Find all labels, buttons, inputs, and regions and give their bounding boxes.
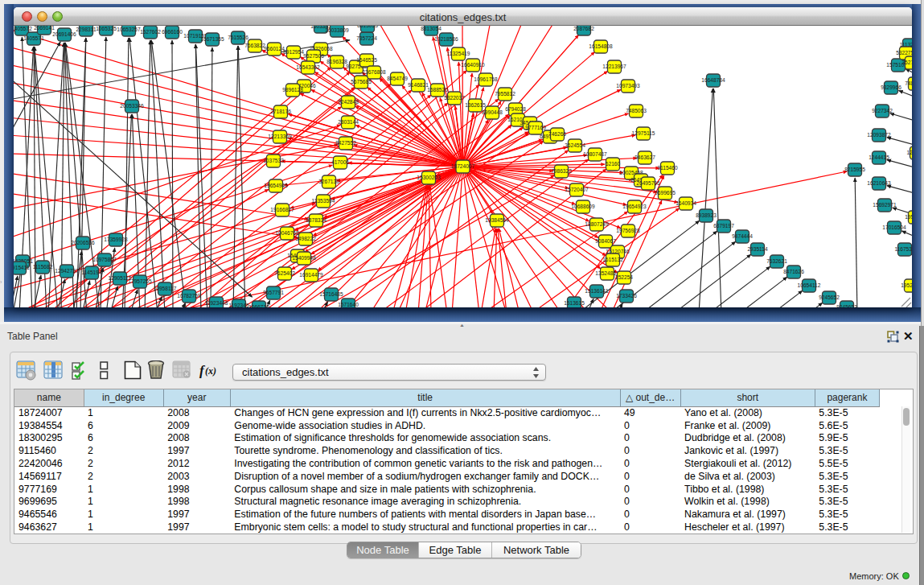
svg-text:20691406: 20691406 <box>52 31 76 37</box>
svg-text:1065325: 1065325 <box>96 26 117 31</box>
svg-text:10961758: 10961758 <box>474 76 498 82</box>
svg-text:11353594: 11353594 <box>312 198 335 204</box>
svg-text:7485001: 7485001 <box>905 80 912 86</box>
svg-text:8912954: 8912954 <box>283 49 304 55</box>
svg-text:7625402: 7625402 <box>274 270 295 276</box>
svg-text:3267130: 3267130 <box>318 179 339 184</box>
svg-text:10688609: 10688609 <box>571 204 595 209</box>
svg-text:1640934: 1640934 <box>676 200 696 206</box>
svg-text:1952441: 1952441 <box>905 214 912 220</box>
svg-text:10654112: 10654112 <box>798 282 821 288</box>
svg-text:12942737: 12942737 <box>55 268 79 274</box>
svg-text:9084067: 9084067 <box>595 238 616 244</box>
svg-text:7515526: 7515526 <box>228 35 248 40</box>
svg-text:7632621: 7632621 <box>766 258 787 264</box>
svg-text:7663822: 7663822 <box>244 43 265 48</box>
svg-text:3915411: 3915411 <box>14 265 30 270</box>
svg-text:8990448: 8990448 <box>482 109 503 115</box>
svg-text:11923448: 11923448 <box>205 300 228 306</box>
svg-text:3527511: 3527511 <box>901 60 912 65</box>
svg-text:8454749: 8454749 <box>387 76 408 81</box>
svg-text:9660124: 9660124 <box>264 46 285 51</box>
svg-text:8878334: 8878334 <box>306 217 326 223</box>
svg-text:746266: 746266 <box>548 131 566 137</box>
svg-text:8215955: 8215955 <box>844 167 865 172</box>
svg-text:1571640: 1571640 <box>338 302 359 307</box>
svg-text:252254: 252254 <box>615 274 633 280</box>
svg-text:1115682: 1115682 <box>33 264 53 270</box>
svg-text:1405572: 1405572 <box>14 26 32 31</box>
svg-text:16210643: 16210643 <box>867 180 891 186</box>
svg-text:16914479: 16914479 <box>299 272 323 278</box>
svg-text:2935114: 2935114 <box>747 246 768 252</box>
svg-text:19756928: 19756928 <box>616 228 640 233</box>
svg-text:18724007: 18724007 <box>451 163 475 169</box>
svg-text:3498222: 3498222 <box>295 236 316 241</box>
svg-text:10653257: 10653257 <box>117 27 141 32</box>
svg-text:16671355: 16671355 <box>200 36 224 42</box>
svg-text:8938923: 8938923 <box>696 212 717 218</box>
svg-text:1588520: 1588520 <box>427 87 448 93</box>
svg-text:9242848: 9242848 <box>338 99 359 105</box>
svg-text:9657791: 9657791 <box>263 290 284 295</box>
svg-text:12213967: 12213967 <box>602 64 626 69</box>
svg-text:1546525: 1546525 <box>356 57 377 63</box>
svg-text:19218586: 19218586 <box>434 36 458 42</box>
svg-text:1952442: 1952442 <box>901 282 912 288</box>
svg-text:10975867: 10975867 <box>92 257 117 262</box>
svg-text:1405571: 1405571 <box>23 35 44 41</box>
svg-text:7955812: 7955812 <box>495 91 515 97</box>
svg-text:9777169: 9777169 <box>525 125 546 130</box>
svg-text:17957255: 17957255 <box>128 278 152 284</box>
svg-text:1733426: 1733426 <box>616 293 637 299</box>
svg-text:16033809: 16033809 <box>325 27 349 33</box>
svg-text:10046768: 10046768 <box>275 230 299 236</box>
svg-text:9527506: 9527506 <box>303 53 324 59</box>
svg-text:6794028: 6794028 <box>505 106 526 112</box>
svg-text:1066712: 1066712 <box>248 304 269 307</box>
svg-text:10807487: 10807487 <box>583 151 607 157</box>
svg-text:12213369: 12213369 <box>268 134 292 139</box>
svg-text:62160: 62160 <box>606 161 621 167</box>
svg-text:19654945: 19654945 <box>264 183 288 188</box>
svg-text:2803144: 2803144 <box>338 119 359 125</box>
svg-text:12975115: 12975115 <box>632 130 655 136</box>
svg-text:9146821: 9146821 <box>408 82 429 88</box>
svg-text:9245653: 9245653 <box>836 304 857 307</box>
svg-text:5322037: 5322037 <box>444 95 465 101</box>
svg-text:8813053: 8813053 <box>357 26 378 28</box>
svg-text:5675685: 5675685 <box>351 79 372 84</box>
svg-text:6966160: 6966160 <box>162 29 183 35</box>
svg-text:19166827: 19166827 <box>270 207 294 212</box>
svg-text:2069141: 2069141 <box>34 26 55 31</box>
svg-text:15720407: 15720407 <box>565 187 589 192</box>
svg-text:15136141: 15136141 <box>585 288 609 294</box>
svg-text:9474444: 9474444 <box>732 233 753 239</box>
svg-text:1362615: 1362615 <box>465 102 486 108</box>
svg-text:10973493: 10973493 <box>616 83 640 89</box>
svg-text:2298311: 2298311 <box>76 27 97 32</box>
svg-text:15692971: 15692971 <box>873 202 897 208</box>
svg-text:1513615: 1513615 <box>564 300 585 306</box>
svg-text:9115460: 9115460 <box>657 165 678 171</box>
svg-text:15409948: 15409948 <box>292 255 316 261</box>
svg-text:6379197: 6379197 <box>713 223 734 229</box>
svg-text:15716485: 15716485 <box>319 291 343 297</box>
svg-text:9896128: 9896128 <box>282 87 303 93</box>
svg-text:8427552: 8427552 <box>335 140 356 146</box>
svg-text:8196328: 8196328 <box>326 59 347 64</box>
svg-text:26495796: 26495796 <box>636 180 660 186</box>
svg-text:16154808: 16154808 <box>589 43 613 49</box>
svg-text:1192345: 1192345 <box>228 303 249 307</box>
svg-text:23676808: 23676808 <box>362 69 386 75</box>
svg-text:9227342: 9227342 <box>872 108 893 113</box>
svg-text:(x): (x) <box>205 365 216 377</box>
svg-text:10958117: 10958117 <box>154 286 177 291</box>
svg-text:1244415: 1244415 <box>869 154 889 160</box>
svg-text:11325419: 11325419 <box>447 51 470 56</box>
svg-text:16640910: 16640910 <box>461 62 485 68</box>
svg-text:18807249: 18807249 <box>585 221 609 227</box>
svg-text:12093872: 12093872 <box>867 132 891 138</box>
svg-text:1037533: 1037533 <box>263 158 284 163</box>
svg-text:16648784: 16648784 <box>701 77 725 83</box>
